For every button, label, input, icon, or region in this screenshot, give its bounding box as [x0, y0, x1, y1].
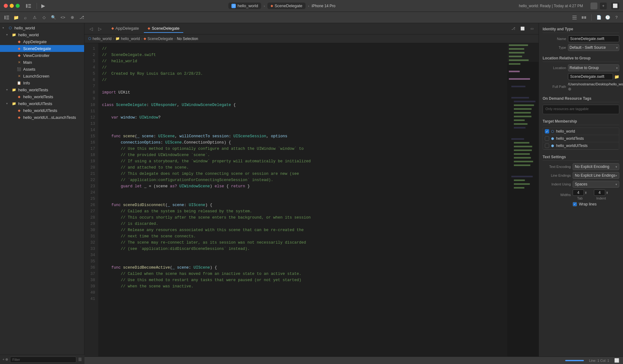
- panel-button[interactable]: ⬜: [611, 3, 619, 9]
- sidebar-item-hello-world-group[interactable]: ▾ 📁 hello_world: [0, 31, 84, 38]
- reveal-in-finder-icon[interactable]: ⊕: [568, 87, 571, 91]
- code-line: func scene(_ scene: UIScene, willConnect…: [102, 133, 504, 139]
- code-content[interactable]: //// SceneDelegate.swift// hello_world//…: [98, 43, 507, 356]
- editor-forward-button[interactable]: ▷: [96, 25, 104, 33]
- type-select[interactable]: Default - Swift Source ▾: [568, 44, 619, 51]
- line-number: 26: [84, 202, 95, 208]
- search-button[interactable]: ⌕: [21, 14, 29, 21]
- line-number: 10: [84, 102, 95, 108]
- target-checkbox-hello-worlduitests[interactable]: [545, 144, 549, 148]
- bookmark-button[interactable]: ◇: [40, 14, 48, 21]
- text-encoding-select[interactable]: No Explicit Encoding ▾: [573, 163, 619, 170]
- chevron-down-icon: ▾: [6, 102, 10, 105]
- breadcrumb-folder[interactable]: hello_world: [121, 37, 140, 41]
- add-button[interactable]: +: [600, 3, 607, 9]
- code-line: [102, 290, 504, 296]
- file-inspector-button[interactable]: 📄: [595, 14, 603, 21]
- sidebar-item-main[interactable]: ✕ Main: [0, 59, 84, 66]
- sidebar-item-appdelegate[interactable]: ◆ AppDelegate: [0, 38, 84, 45]
- target-checkbox-hello-worldtests[interactable]: [545, 136, 549, 141]
- editor-standard-button[interactable]: [570, 14, 579, 21]
- close-button[interactable]: [4, 4, 8, 8]
- line-number: 7: [84, 83, 95, 89]
- breadcrumb-project[interactable]: hello_world: [93, 37, 112, 41]
- target-item-hello-world[interactable]: ✓ ⬡ hello_world: [543, 128, 619, 135]
- sidebar-item-hello-worldtests[interactable]: ▾ 📁 hello_worldTests: [0, 86, 84, 93]
- code-line: guard let _ = (scene as? UIWindowScene) …: [102, 183, 504, 190]
- indent-width-input[interactable]: 4: [594, 190, 605, 196]
- sidebar-item-hello-worlduitests-file[interactable]: ◆ hello_worldUITests: [0, 107, 84, 114]
- tab-width-value: 4: [577, 190, 580, 195]
- sidebar-item-info[interactable]: 📋 Info: [0, 79, 84, 86]
- tab-scenedelegate[interactable]: ◆ SceneDelegate: [144, 24, 183, 33]
- sidebar-item-label: Info: [23, 81, 30, 85]
- wrap-lines-checkbox[interactable]: ✓: [573, 202, 577, 206]
- quick-help-button[interactable]: ?: [612, 14, 620, 21]
- folder-icon: 📁: [12, 101, 17, 106]
- stepper-up-icon[interactable]: ⬆: [585, 191, 587, 195]
- sidebar-item-hello-world-root[interactable]: ▾ ⬡ hello_world: [0, 24, 84, 31]
- code-review-button[interactable]: ⎇: [509, 25, 517, 33]
- sidebar-item-label: hello_world: [18, 33, 39, 37]
- find-button[interactable]: 🔍: [49, 14, 58, 21]
- filter-input[interactable]: Filter: [10, 356, 76, 357]
- sidebar-item-hello-worldtests-file[interactable]: ◆ hello_worldTests: [0, 93, 84, 100]
- sidebar-item-launchscreen[interactable]: ✕ LaunchScreen: [0, 73, 84, 79]
- filename-input[interactable]: SceneDelegate.swift: [568, 73, 613, 80]
- svg-rect-12: [584, 16, 586, 19]
- breadcrumb-file[interactable]: SceneDelegate: [147, 37, 173, 41]
- hierarchy-button[interactable]: ⊕: [68, 14, 76, 21]
- stepper-up-icon-2[interactable]: ⬆: [606, 191, 608, 195]
- sidebar-toggle-button[interactable]: [25, 2, 32, 10]
- location-label: Location: [543, 66, 566, 70]
- git-button[interactable]: ⎇: [78, 14, 86, 21]
- view-toggle-icon[interactable]: ⬜: [614, 358, 619, 363]
- line-endings-select[interactable]: No Explicit Line Endings ▾: [573, 172, 619, 179]
- svg-rect-5: [6, 16, 9, 17]
- sidebar-item-hello-worlduilaunchtests[interactable]: ◆ hello_worldUI...sLaunchTests: [0, 114, 84, 121]
- minimize-button[interactable]: [10, 4, 14, 8]
- code-editor[interactable]: 1234567891011121314151617181920212223242…: [84, 43, 539, 356]
- inspector-panel: Identity and Type Name SceneDelegate.swi…: [539, 23, 623, 356]
- target-checkbox-hello-world[interactable]: ✓: [545, 129, 549, 134]
- editor-diff-button[interactable]: [580, 14, 588, 21]
- on-demand-input[interactable]: Only resources are taggable: [543, 105, 619, 114]
- identity-type-section: Identity and Type Name SceneDelegate.swi…: [543, 27, 619, 51]
- code-button[interactable]: <>: [59, 14, 67, 21]
- line-number: 14: [84, 127, 95, 133]
- zoom-button[interactable]: [16, 4, 20, 8]
- indent-using-select[interactable]: Spaces ▾: [573, 181, 619, 188]
- file-selector[interactable]: ◆ SceneDelegate: [267, 3, 306, 9]
- project-selector[interactable]: ⬡ hello_world: [228, 3, 261, 9]
- canvas-button[interactable]: ▭: [528, 25, 536, 33]
- navigator-show-button[interactable]: [3, 14, 11, 21]
- cloud-icon[interactable]: [590, 3, 597, 9]
- location-select[interactable]: Relative to Group ▾: [568, 64, 619, 71]
- line-number: 2: [84, 52, 95, 58]
- run-button[interactable]: ▶: [41, 3, 45, 9]
- folder-browse-icon[interactable]: 📁: [614, 74, 619, 79]
- sidebar-item-hello-worlduitests[interactable]: ▾ 📁 hello_worldUITests: [0, 100, 84, 107]
- target-item-hello-worldtests[interactable]: ⬢ hello_worldTests: [543, 135, 619, 142]
- line-number: 11: [84, 108, 95, 114]
- tab-width-input[interactable]: 4: [573, 190, 584, 196]
- target-item-hello-worlduitests[interactable]: ⬢ hello_worldUITests: [543, 142, 619, 149]
- sidebar-item-label: LaunchScreen: [23, 74, 49, 78]
- sidebar-item-assets[interactable]: ⬛ Assets: [0, 66, 84, 73]
- indent-using-label: Indent Using: [543, 182, 571, 186]
- warning-button[interactable]: ⚠: [31, 14, 39, 21]
- navigator-folder-button[interactable]: 📁: [12, 14, 20, 21]
- breadcrumb-selection[interactable]: No Selection: [177, 37, 198, 41]
- code-line: [102, 108, 504, 114]
- tab-appdelegate[interactable]: ◆ AppDelegate: [108, 24, 143, 33]
- history-button[interactable]: 🕐: [604, 14, 612, 21]
- sidebar-item-label: hello_worldTests: [18, 88, 48, 92]
- split-editor-button[interactable]: ⬜: [519, 25, 527, 33]
- sidebar-item-viewcontroller[interactable]: ◆ ViewController: [0, 52, 84, 59]
- name-input[interactable]: SceneDelegate.swift: [568, 35, 619, 42]
- swift-icon: ◆: [17, 53, 22, 58]
- line-number: 29: [84, 221, 95, 227]
- sidebar-item-scenedelegate[interactable]: ◆ SceneDelegate: [0, 45, 84, 52]
- editor-tab-bar: ◁ ▷ ◆ AppDelegate ◆ SceneDelegate ⎇ ⬜ ▭: [84, 23, 539, 34]
- editor-back-button[interactable]: ◁: [87, 25, 95, 33]
